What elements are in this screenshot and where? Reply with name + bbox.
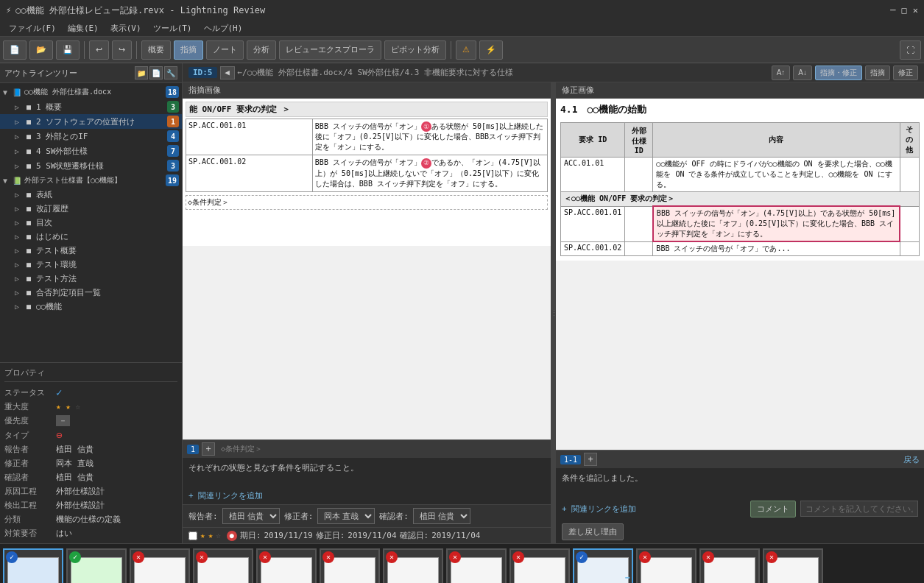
- date-value: 2019/11/19: [264, 531, 313, 540]
- thumb-21[interactable]: ✕ ID:21: [383, 548, 443, 584]
- modifier-select[interactable]: 岡本 直哉: [317, 508, 375, 524]
- reporter-label: 報告者:: [188, 511, 218, 522]
- thumb-22[interactable]: ✕ ID:22: [446, 548, 507, 584]
- prop-value-detect: 外部仕様設計: [56, 500, 177, 511]
- tree-item-3[interactable]: ▷ ■ 3 外部とのIF 4: [0, 129, 182, 144]
- sidebar-icon-2[interactable]: 📄: [149, 66, 163, 80]
- tree-label-t6: テスト環境: [36, 259, 77, 270]
- sidebar-icon-3[interactable]: 🔧: [164, 66, 177, 80]
- left-add-page-btn[interactable]: +: [202, 442, 215, 456]
- menu-tools[interactable]: ツール(T): [147, 21, 198, 35]
- app-icon: ⚡: [6, 5, 11, 15]
- tree-item-t3[interactable]: ▷ ■ 目次: [0, 216, 182, 230]
- toolbar-explorer[interactable]: レビューエクスプローラ: [279, 40, 381, 60]
- menu-edit[interactable]: 編集(E): [62, 21, 105, 35]
- thumb-18[interactable]: ✕ ID:18: [256, 548, 317, 584]
- menu-view[interactable]: 表示(V): [105, 21, 147, 35]
- thumb-17[interactable]: ✕ ID:17: [193, 548, 253, 584]
- font-smaller-btn[interactable]: A↓: [793, 66, 812, 80]
- right-page-badge: 1-1: [560, 455, 581, 464]
- tree-label-t3: 目次: [36, 217, 52, 228]
- tree-item-1[interactable]: ▷ ■ 1 概要 3: [0, 99, 182, 114]
- comment-btn[interactable]: コメント: [750, 501, 796, 517]
- modify-btn[interactable]: 修正: [893, 66, 918, 80]
- tree-item-root2[interactable]: ▼ 📗 外部テスト仕様書【○○機能】 19: [0, 173, 182, 188]
- thumb-24[interactable]: ✓ ID:24: [3, 548, 63, 584]
- tree-item-root1[interactable]: ▼ 📘 ○○機能 外部仕様書.docx 18: [0, 85, 182, 99]
- toolbar-analysis[interactable]: 分析: [247, 40, 276, 60]
- prop-reporter: 報告者 植田 信貴: [4, 442, 177, 456]
- tree-label-1: 1 概要: [36, 102, 62, 113]
- right-add-page-btn[interactable]: +: [584, 453, 597, 466]
- close-btn[interactable]: ✕: [913, 5, 918, 15]
- toolbar-new[interactable]: 📄: [3, 40, 27, 60]
- toolbar-overview[interactable]: 概要: [141, 40, 171, 60]
- left-panel-image[interactable]: 能 ON/OFF 要求の判定 ＞ SP.ACC.001.01 BBB スイッチの…: [183, 99, 551, 439]
- tree-item-t4[interactable]: ▷ ■ はじめに: [0, 230, 182, 244]
- tree-item-4[interactable]: ▷ ■ 4 SW外部仕様 7: [0, 144, 182, 158]
- maximize-btn[interactable]: □: [902, 5, 907, 15]
- tree-item-t7[interactable]: ▷ ■ テスト方法: [0, 272, 182, 286]
- date-star-3: ☆: [216, 531, 221, 540]
- issue-modify-btn[interactable]: 指摘・修正: [815, 66, 862, 80]
- toolbar-notes[interactable]: ノート: [206, 40, 244, 60]
- thumb-ea[interactable]: ✕ Ea: [763, 548, 823, 584]
- toolbar: 📄 📂 💾 ↩ ↪ 概要 指摘 ノート 分析 レビューエクスプローラ ピボット分…: [0, 37, 924, 63]
- thumb-17-badge: ✕: [196, 551, 208, 563]
- toolbar-expand[interactable]: ⛶: [900, 40, 921, 60]
- tree-item-5[interactable]: ▷ ■ 5 SW状態遷移仕様 3: [0, 158, 182, 173]
- menu-file[interactable]: ファイル(F): [3, 21, 62, 35]
- tree-item-t5[interactable]: ▷ ■ テスト概要: [0, 244, 182, 258]
- thumb-23[interactable]: ✕ ID:23: [509, 548, 570, 584]
- toolbar-issues[interactable]: 指摘: [174, 40, 203, 60]
- reporter-select[interactable]: 植田 信貴: [222, 508, 280, 524]
- thumb-20[interactable]: ✕ ID:20: [320, 548, 380, 584]
- marker-1: ①: [421, 121, 431, 132]
- font-larger-btn[interactable]: A↑: [772, 66, 791, 80]
- tree-item-t9[interactable]: ▷ ■ ○○機能: [0, 300, 182, 314]
- tree-arrow-2: ▷: [15, 118, 24, 126]
- right-panel-image[interactable]: 4.1 ○○機能の始動 要求 ID 外部仕様 ID 内容 その他: [556, 99, 924, 450]
- prop-label-detect: 検出工程: [4, 500, 56, 511]
- left-link-add-btn[interactable]: + 関連リンクを追加: [188, 490, 263, 502]
- toolbar-bolt[interactable]: ⚡: [479, 40, 503, 60]
- menu-help[interactable]: ヘルプ(H): [198, 21, 249, 35]
- tree-item-t1[interactable]: ▷ ■ 表紙: [0, 188, 182, 202]
- sidebar-icon-1[interactable]: 📁: [135, 66, 148, 80]
- toolbar-warning[interactable]: ⚠: [456, 40, 476, 60]
- tree-icon-doc2: 📗: [12, 175, 22, 186]
- thumb-9[interactable]: ✕ ID:9: [699, 548, 760, 584]
- toolbar-pivot[interactable]: ピボット分析: [384, 40, 446, 60]
- toolbar-save[interactable]: 💾: [56, 40, 80, 60]
- prop-value-cause: 外部仕様設計: [56, 486, 177, 497]
- tree-label-t7: テスト方法: [36, 273, 77, 284]
- right-link-add-btn[interactable]: + 関連リンクを追加: [562, 502, 636, 516]
- tree-item-t6[interactable]: ▷ ■ テスト環境: [0, 258, 182, 272]
- thumb-3[interactable]: ✓ ID:3: [66, 548, 127, 584]
- tree-label-t1: 表紙: [36, 189, 52, 200]
- thumb-7[interactable]: ✕ ID:7: [636, 548, 696, 584]
- back-btn[interactable]: 戻る: [903, 454, 920, 465]
- confirmer-select[interactable]: 植田 信貴: [413, 508, 470, 524]
- tree-arrow-t6: ▷: [15, 261, 24, 269]
- toolbar-undo[interactable]: ↩: [89, 40, 109, 60]
- tree-item-t8[interactable]: ▷ ■ 合否判定項目一覧: [0, 286, 182, 300]
- toolbar-open[interactable]: 📂: [29, 40, 53, 60]
- tree-item-t2[interactable]: ▷ ■ 改訂履歴: [0, 202, 182, 216]
- minimize-btn[interactable]: ─: [890, 5, 895, 15]
- tree-icon-t8: ■: [24, 288, 34, 298]
- toolbar-redo[interactable]: ↪: [112, 40, 132, 60]
- prop-value-category: 機能の仕様の定義: [56, 514, 177, 525]
- date-star-1: ★: [200, 531, 205, 540]
- comment-input[interactable]: [800, 501, 918, 517]
- nav-prev-btn[interactable]: ◀: [220, 66, 235, 80]
- date-checkbox[interactable]: [188, 531, 197, 540]
- tree-item-2[interactable]: ▷ ■ 2 ソフトウェアの位置付け 1: [0, 114, 182, 129]
- sidebar-header-icons: 📁 📄 🔧: [135, 66, 177, 80]
- thumb-16[interactable]: ✕ ID:16: [130, 548, 190, 584]
- return-btn[interactable]: 差し戻し理由: [562, 523, 624, 540]
- thumb-5[interactable]: ✓ ➡ ID:5: [573, 548, 633, 584]
- issue-btn[interactable]: 指摘: [865, 66, 890, 80]
- prop-detect-process: 検出工程 外部仕様設計: [4, 498, 177, 512]
- window-controls[interactable]: ─ □ ✕: [890, 5, 918, 15]
